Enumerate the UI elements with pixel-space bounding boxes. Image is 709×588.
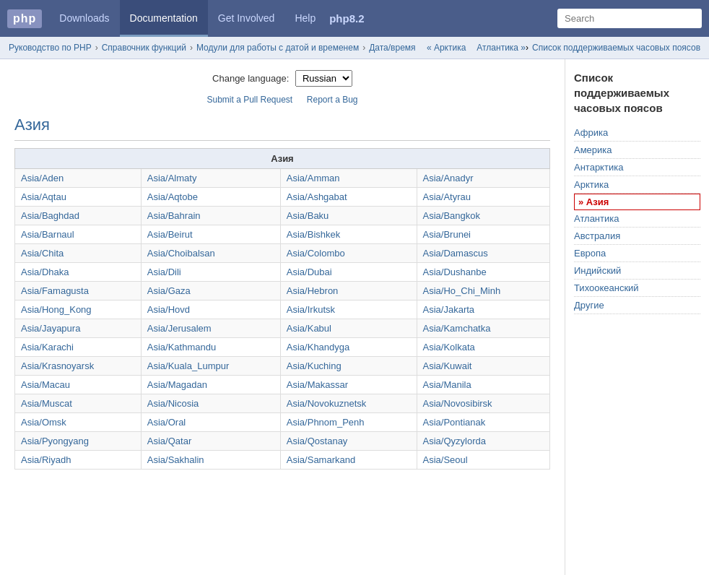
timezone-link[interactable]: Asia/Hebron <box>287 285 339 296</box>
sidebar-item[interactable]: Другие <box>574 297 700 314</box>
timezone-link[interactable]: Asia/Krasnoyarsk <box>21 360 94 371</box>
breadcrumb-link-3[interactable]: Дата/время <box>369 43 415 53</box>
sidebar-item[interactable]: Индийский <box>574 262 700 280</box>
breadcrumb-link-1[interactable]: Справочник функций <box>102 43 186 53</box>
timezone-link[interactable]: Asia/Jayapura <box>21 323 80 334</box>
timezone-link[interactable]: Asia/Karachi <box>21 342 74 353</box>
breadcrumb-link-0[interactable]: Руководство по PHP <box>9 43 92 53</box>
search-input[interactable] <box>557 9 702 28</box>
timezone-link[interactable]: Asia/Riyadh <box>21 454 71 465</box>
timezone-link[interactable]: Asia/Jakarta <box>423 304 475 315</box>
timezone-link[interactable]: Asia/Atyrau <box>423 191 471 202</box>
timezone-link[interactable]: Asia/Kuching <box>287 360 342 371</box>
timezone-link[interactable]: Asia/Hovd <box>147 304 190 315</box>
timezone-link[interactable]: Asia/Kuala_Lumpur <box>147 360 229 371</box>
timezone-link[interactable]: Asia/Novosibirsk <box>423 398 492 409</box>
sidebar-item[interactable]: Тихоокеанский <box>574 280 700 297</box>
timezone-link[interactable]: Asia/Chita <box>21 248 64 259</box>
timezone-link[interactable]: Asia/Ho_Chi_Minh <box>423 285 501 296</box>
timezone-link[interactable]: Asia/Damascus <box>423 248 488 259</box>
timezone-link[interactable]: Asia/Kuwait <box>423 360 472 371</box>
sidebar-item[interactable]: Арктика <box>574 176 700 194</box>
timezone-link[interactable]: Asia/Novokuznetsk <box>287 398 367 409</box>
timezone-link[interactable]: Asia/Qyzylorda <box>423 436 486 446</box>
timezone-link[interactable]: Asia/Kabul <box>287 323 331 334</box>
timezone-link[interactable]: Asia/Sakhalin <box>147 454 204 465</box>
sidebar-item[interactable]: Европа <box>574 245 700 262</box>
nav-get-involved[interactable]: Get Involved <box>208 0 285 37</box>
report-bug-link[interactable]: Report a Bug <box>307 95 358 105</box>
sidebar-item[interactable]: » Азия <box>574 194 700 210</box>
sidebar-link[interactable]: Африка <box>574 127 608 138</box>
sidebar-link[interactable]: Индийский <box>574 265 621 276</box>
timezone-link[interactable]: Asia/Macau <box>21 379 70 390</box>
timezone-link[interactable]: Asia/Bahrain <box>147 210 201 221</box>
sidebar-link[interactable]: Арктика <box>574 179 609 190</box>
timezone-link[interactable]: Asia/Bishkek <box>287 229 340 240</box>
sidebar-item[interactable]: Австралия <box>574 228 700 245</box>
timezone-link[interactable]: Asia/Dubai <box>287 267 332 277</box>
timezone-link[interactable]: Asia/Beirut <box>147 229 193 240</box>
timezone-link[interactable]: Asia/Aqtobe <box>147 191 198 202</box>
timezone-link[interactable]: Asia/Kolkata <box>423 342 475 353</box>
timezone-link[interactable]: Asia/Famagusta <box>21 285 89 296</box>
timezone-link[interactable]: Asia/Dili <box>147 267 181 277</box>
timezone-link[interactable]: Asia/Manila <box>423 379 471 390</box>
breadcrumb-prev[interactable]: « Арктика <box>427 43 466 53</box>
timezone-link[interactable]: Asia/Hong_Kong <box>21 304 92 315</box>
timezone-link[interactable]: Asia/Gaza <box>147 285 191 296</box>
timezone-link[interactable]: Asia/Oral <box>147 417 186 428</box>
timezone-link[interactable]: Asia/Kamchatka <box>423 323 491 334</box>
sidebar-item[interactable]: Антарктика <box>574 159 700 176</box>
timezone-link[interactable]: Asia/Pontianak <box>423 417 486 428</box>
timezone-link[interactable]: Asia/Seoul <box>423 454 468 465</box>
timezone-link[interactable]: Asia/Anadyr <box>423 173 474 183</box>
timezone-link[interactable]: Asia/Dhaka <box>21 267 69 277</box>
timezone-link[interactable]: Asia/Makassar <box>287 379 348 390</box>
breadcrumb-link-2[interactable]: Модули для работы с датой и временем <box>196 43 359 53</box>
timezone-link[interactable]: Asia/Almaty <box>147 173 197 183</box>
timezone-link[interactable]: Asia/Colombo <box>287 248 345 259</box>
sidebar-link[interactable]: Антарктика <box>574 162 623 173</box>
timezone-link[interactable]: Asia/Kathmandu <box>147 342 216 353</box>
nav-help[interactable]: Help <box>284 0 326 37</box>
breadcrumb-link-4[interactable]: Список поддерживаемых часовых поясов <box>532 43 700 53</box>
timezone-link[interactable]: Asia/Bangkok <box>423 210 481 221</box>
timezone-link[interactable]: Asia/Samarkand <box>287 454 355 465</box>
timezone-link[interactable]: Asia/Irkutsk <box>287 304 335 315</box>
timezone-link[interactable]: Asia/Muscat <box>21 398 72 409</box>
timezone-link[interactable]: Asia/Phnom_Penh <box>287 417 365 428</box>
timezone-link[interactable]: Asia/Magadan <box>147 379 207 390</box>
timezone-link[interactable]: Asia/Pyongyang <box>21 436 89 446</box>
sidebar-link[interactable]: » Азия <box>578 196 609 207</box>
timezone-link[interactable]: Asia/Ashgabat <box>287 191 347 202</box>
pull-request-link[interactable]: Submit a Pull Request <box>206 95 292 105</box>
timezone-link[interactable]: Asia/Jerusalem <box>147 323 212 334</box>
sidebar-link[interactable]: Атлантика <box>574 213 619 224</box>
timezone-link[interactable]: Asia/Baku <box>287 210 329 221</box>
timezone-link[interactable]: Asia/Brunei <box>423 229 471 240</box>
sidebar-item[interactable]: Америка <box>574 142 700 159</box>
timezone-link[interactable]: Asia/Nicosia <box>147 398 199 409</box>
timezone-link[interactable]: Asia/Qatar <box>147 436 191 446</box>
timezone-link[interactable]: Asia/Choibalsan <box>147 248 215 259</box>
sidebar-item[interactable]: Африка <box>574 124 700 142</box>
timezone-link[interactable]: Asia/Baghdad <box>21 210 79 221</box>
sidebar-item[interactable]: Атлантика <box>574 210 700 228</box>
timezone-link[interactable]: Asia/Amman <box>287 173 340 183</box>
language-select[interactable]: Russian English German French <box>295 70 352 87</box>
sidebar-link[interactable]: Австралия <box>574 230 620 241</box>
timezone-link[interactable]: Asia/Dushanbe <box>423 267 487 277</box>
timezone-link[interactable]: Asia/Aden <box>21 173 64 183</box>
timezone-link[interactable]: Asia/Khandyga <box>287 342 349 353</box>
nav-downloads[interactable]: Downloads <box>49 0 119 37</box>
timezone-link[interactable]: Asia/Qostanay <box>287 436 348 446</box>
sidebar-link[interactable]: Европа <box>574 248 606 259</box>
timezone-link[interactable]: Asia/Omsk <box>21 417 66 428</box>
sidebar-link[interactable]: Америка <box>574 144 612 155</box>
sidebar-link[interactable]: Другие <box>574 300 604 311</box>
nav-documentation[interactable]: Documentation <box>120 0 208 37</box>
breadcrumb-next[interactable]: Атлантика » <box>477 43 526 53</box>
timezone-link[interactable]: Asia/Barnaul <box>21 229 74 240</box>
timezone-link[interactable]: Asia/Aqtau <box>21 191 66 202</box>
